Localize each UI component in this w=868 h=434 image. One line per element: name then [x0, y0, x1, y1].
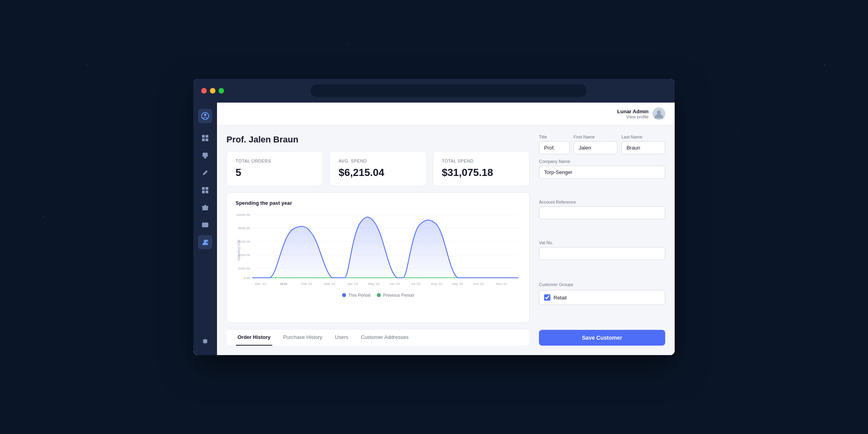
avg-spend-label: Avg. Spend	[339, 159, 417, 163]
sidebar-item-settings[interactable]	[198, 335, 212, 349]
svg-rect-10	[202, 207, 208, 210]
svg-rect-9	[206, 191, 208, 193]
svg-rect-4	[202, 138, 205, 141]
vat-input[interactable]	[539, 247, 665, 260]
name-fields-row: Title First Name Last Name	[539, 135, 665, 154]
svg-text:Nov '22: Nov '22	[496, 282, 507, 286]
svg-text:Aug '22: Aug '22	[431, 282, 442, 286]
left-panel: Prof. Jalen Braun Total Orders 5 Avg. Sp…	[226, 135, 529, 346]
minimize-button[interactable]	[210, 88, 215, 94]
svg-text:10000.00: 10000.00	[236, 213, 251, 217]
chart-title: Spending the past year	[236, 200, 520, 206]
sidebar-item-edit[interactable]	[198, 166, 212, 180]
customer-groups-label: Customer Groups	[539, 282, 665, 287]
chart-legend: This Period Previous Period	[236, 293, 520, 297]
avg-spend-value: $6,215.04	[339, 166, 417, 179]
svg-rect-8	[202, 191, 205, 193]
title-input[interactable]	[539, 141, 570, 154]
svg-point-14	[206, 240, 208, 242]
svg-text:Spending USD: Spending USD	[237, 240, 240, 261]
tab-users[interactable]: Users	[333, 329, 350, 346]
group-retail-label: Retail	[554, 295, 567, 301]
first-name-group: First Name	[574, 135, 617, 154]
tabs-row: Order History Purchase History Users Cus…	[226, 329, 529, 346]
top-header: Lunar Admin View profile	[217, 103, 675, 125]
sidebar	[193, 103, 217, 355]
svg-rect-6	[202, 187, 205, 190]
total-spend-value: $31,075.18	[442, 166, 520, 179]
svg-text:Apr '22: Apr '22	[348, 282, 358, 286]
svg-point-17	[657, 110, 661, 114]
avatar[interactable]	[653, 107, 665, 120]
user-profile[interactable]: Lunar Admin View profile	[617, 107, 665, 120]
account-ref-label: Account Reference	[539, 200, 665, 204]
svg-text:0.00: 0.00	[244, 276, 251, 280]
stat-card-avg-spend: Avg. Spend $6,215.04	[329, 151, 426, 186]
total-spend-label: Total Spend	[442, 159, 520, 163]
legend-dot-previous-period	[377, 293, 381, 297]
title-group: Title	[539, 135, 570, 154]
legend-label-previous-period: Previous Period	[383, 293, 414, 297]
group-retail-item: Retail	[544, 294, 660, 301]
legend-dot-this-period	[342, 293, 346, 297]
right-panel: Title First Name Last Name	[539, 135, 665, 346]
svg-text:2000.00: 2000.00	[238, 267, 250, 270]
svg-text:Jun '22: Jun '22	[389, 282, 400, 286]
svg-text:Sep '22: Sep '22	[452, 282, 463, 286]
sidebar-item-orders[interactable]	[198, 148, 212, 163]
title-label: Title	[539, 135, 570, 139]
vat-group: Vat No.	[539, 240, 665, 276]
app-logo[interactable]	[198, 109, 212, 123]
tab-purchase-history[interactable]: Purchase History	[282, 329, 324, 346]
svg-text:2022: 2022	[280, 282, 288, 286]
svg-point-13	[204, 240, 207, 243]
company-name-label: Company Name	[539, 159, 665, 164]
chart-card: Spending the past year	[226, 193, 529, 323]
sidebar-item-customers[interactable]	[198, 235, 212, 249]
tab-customer-addresses[interactable]: Customer Addresses	[359, 329, 410, 346]
account-ref-group: Account Reference	[539, 200, 665, 236]
svg-text:8000.00: 8000.00	[238, 226, 250, 230]
svg-rect-3	[206, 135, 208, 138]
first-name-label: First Name	[574, 135, 617, 139]
legend-previous-period: Previous Period	[377, 293, 414, 297]
total-orders-label: Total Orders	[236, 159, 314, 163]
stats-row: Total Orders 5 Avg. Spend $6,215.04 Tota…	[226, 151, 529, 186]
vat-label: Vat No.	[539, 240, 665, 245]
close-button[interactable]	[201, 88, 207, 94]
url-bar[interactable]	[311, 84, 587, 97]
company-name-group: Company Name	[539, 159, 665, 195]
svg-text:May '22: May '22	[368, 282, 380, 286]
sidebar-item-inventory[interactable]	[198, 200, 212, 215]
company-name-input[interactable]	[539, 166, 665, 179]
content-area: Prof. Jalen Braun Total Orders 5 Avg. Sp…	[217, 125, 675, 355]
traffic-lights	[201, 88, 224, 94]
sidebar-item-products[interactable]	[198, 183, 212, 197]
user-name: Lunar Admin	[617, 108, 649, 114]
sidebar-item-media[interactable]	[198, 218, 212, 232]
legend-this-period: This Period	[342, 293, 370, 297]
tab-order-history[interactable]: Order History	[236, 329, 272, 346]
svg-text:Jul '22: Jul '22	[411, 282, 421, 286]
legend-label-this-period: This Period	[348, 293, 370, 297]
stat-card-total-orders: Total Orders 5	[226, 151, 323, 186]
total-orders-value: 5	[236, 166, 314, 179]
svg-text:Oct '22: Oct '22	[473, 282, 484, 286]
stat-card-total-spend: Total Spend $31,075.18	[433, 151, 529, 186]
last-name-input[interactable]	[621, 141, 665, 154]
sidebar-item-dashboard[interactable]	[198, 131, 212, 145]
account-ref-input[interactable]	[539, 206, 665, 219]
group-retail-checkbox[interactable]	[544, 294, 550, 301]
svg-text:Mar '22: Mar '22	[324, 282, 335, 286]
view-profile-link[interactable]: View profile	[617, 114, 649, 119]
first-name-input[interactable]	[574, 141, 617, 154]
save-customer-button[interactable]: Save Customer	[539, 330, 665, 346]
maximize-button[interactable]	[219, 88, 224, 94]
browser-titlebar	[193, 79, 675, 103]
svg-text:Feb '22: Feb '22	[301, 282, 312, 286]
chart-container: 0.00 2000.00 4000.00 6000.00 8000.00 100…	[236, 211, 520, 290]
customer-groups-section: Customer Groups Retail	[539, 282, 665, 305]
svg-rect-2	[202, 135, 205, 138]
svg-rect-7	[206, 187, 208, 190]
page-title: Prof. Jalen Braun	[226, 135, 529, 145]
